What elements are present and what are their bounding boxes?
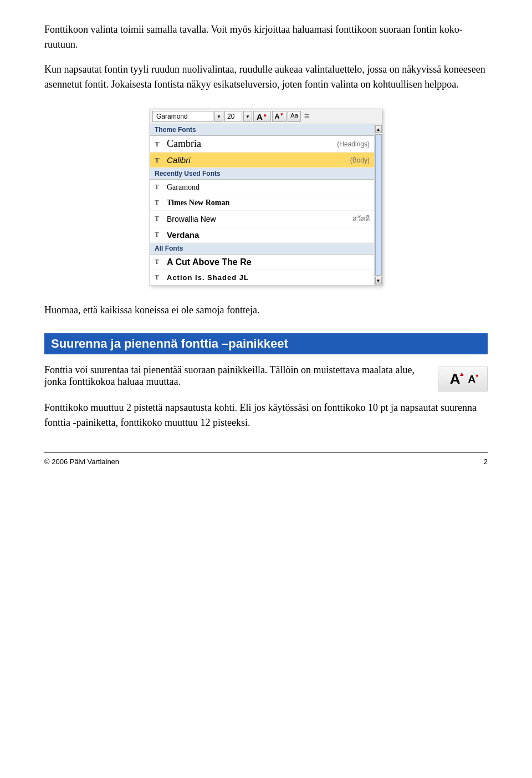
paragraph-2: Kun napsautat fontin tyyli ruudun nuoliv… xyxy=(44,62,488,92)
recently-used-header: Recently Used Fonts xyxy=(150,168,374,180)
paragraph-1: Fonttikoon valinta toimii samalla tavall… xyxy=(44,22,488,52)
scroll-down-button[interactable]: ▼ xyxy=(375,277,382,284)
font-dropdown-inner: Theme Fonts T Cambria (Headings) T Calib… xyxy=(150,124,382,286)
font-dropdown[interactable]: Garamond ▼ 20 ▼ A▲ A▼ Aa ≡ Theme Fonts T… xyxy=(150,109,382,286)
font-name-calibri: Calibri xyxy=(167,155,346,165)
section-heading-grow-shrink: Suurenna ja pienennä fonttia –painikkeet xyxy=(44,333,488,354)
grow-font-button[interactable]: A▲ xyxy=(253,111,271,122)
font-toolbar: Garamond ▼ 20 ▼ A▲ A▼ Aa ≡ xyxy=(150,109,382,124)
footer-copyright: © 2006 Päivi Vartiainen xyxy=(44,457,119,466)
font-item-verdana[interactable]: T Verdana xyxy=(150,227,374,243)
font-name-verdana: Verdana xyxy=(167,230,370,240)
grow-shrink-section: Fonttia voi suurentaa tai pienentää suor… xyxy=(44,364,488,391)
intro-text: Fonttikoon valinta toimii samalla tavall… xyxy=(44,22,488,92)
font-label-calibri: (Body) xyxy=(350,156,370,164)
font-item-cambria[interactable]: T Cambria (Headings) xyxy=(150,136,374,152)
font-item-calibri[interactable]: T Calibri (Body) xyxy=(150,152,374,168)
down-arrow-icon: ▼ xyxy=(474,373,479,379)
font-item-browallia[interactable]: T Browallia New สวัสดี xyxy=(150,211,374,227)
grow-font-icon: A ▲ xyxy=(450,370,461,388)
font-name-box[interactable]: Garamond xyxy=(152,111,213,122)
font-item-cut-above[interactable]: T A Cut Above The Re xyxy=(150,255,374,270)
font-name-cut-above: A Cut Above The Re xyxy=(167,257,370,267)
grow-shrink-text: Fonttia voi suurentaa tai pienentää suor… xyxy=(44,364,424,388)
scroll-thumb[interactable] xyxy=(375,134,382,276)
shrink-font-icon: A ▼ xyxy=(468,373,476,385)
font-type-icon-times: T xyxy=(155,199,163,207)
font-label-cambria: (Headings) xyxy=(337,140,370,148)
grow-shrink-para-2: Fonttikoko muuttuu 2 pistettä napsautust… xyxy=(44,400,488,430)
font-label-browallia: สวัสดี xyxy=(352,213,370,225)
font-name-times: Times New Roman xyxy=(167,199,370,207)
font-name-garamond: Garamond xyxy=(167,183,370,192)
note-text: Huomaa, että kaikissa koneissa ei ole sa… xyxy=(44,303,488,318)
grow-shrink-para-1: Fonttia voi suurentaa tai pienentää suor… xyxy=(44,364,424,388)
font-name-arrow[interactable]: ▼ xyxy=(214,111,223,122)
theme-fonts-header: Theme Fonts xyxy=(150,124,374,136)
font-name-browallia: Browallia New xyxy=(167,215,348,223)
font-type-icon-garamond: T xyxy=(155,183,163,191)
up-arrow-icon: ▲ xyxy=(459,370,465,377)
clear-format-button[interactable]: Aa xyxy=(288,111,300,122)
font-dropdown-container: Garamond ▼ 20 ▼ A▲ A▼ Aa ≡ Theme Fonts T… xyxy=(44,109,488,286)
font-size-arrow[interactable]: ▼ xyxy=(243,111,252,122)
font-list: Theme Fonts T Cambria (Headings) T Calib… xyxy=(150,124,374,286)
font-item-action[interactable]: T Action Is. Shaded JL xyxy=(150,270,374,286)
shrink-font-button[interactable]: A▼ xyxy=(272,111,287,122)
font-size-box[interactable]: 20 xyxy=(224,111,242,122)
font-type-icon-verdana: T xyxy=(155,231,163,239)
list-icon: ≡ xyxy=(304,111,309,121)
footer: © 2006 Päivi Vartiainen 2 xyxy=(44,452,488,466)
font-item-times[interactable]: T Times New Roman xyxy=(150,195,374,211)
page-content: Fonttikoon valinta toimii samalla tavall… xyxy=(44,22,488,466)
font-type-icon-cut-above: T xyxy=(155,258,163,266)
scrollbar[interactable]: ▲ ▼ xyxy=(374,124,382,286)
scroll-up-button[interactable]: ▲ xyxy=(375,125,382,133)
font-type-icon-cambria: T xyxy=(155,140,163,149)
font-item-garamond[interactable]: T Garamond xyxy=(150,180,374,195)
all-fonts-header: All Fonts xyxy=(150,243,374,255)
footer-page-number: 2 xyxy=(484,457,488,466)
font-name-cambria: Cambria xyxy=(167,138,332,150)
font-type-icon-action: T xyxy=(155,273,163,282)
font-name-action: Action Is. Shaded JL xyxy=(167,273,370,282)
font-type-icon-calibri: T xyxy=(155,156,163,165)
font-size-buttons-icon: A ▲ A ▼ xyxy=(438,367,488,391)
font-type-icon-browallia: T xyxy=(155,215,163,223)
